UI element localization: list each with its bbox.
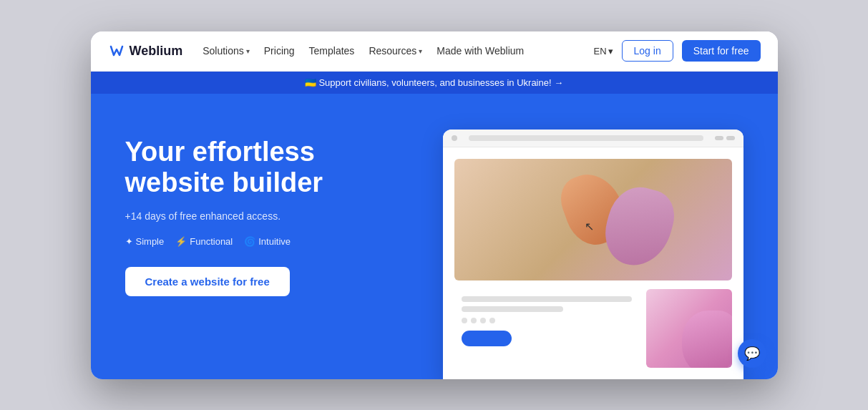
nav-resources[interactable]: Resources ▾ <box>369 45 422 57</box>
preview-container: ↖ <box>426 122 743 379</box>
mock-cta-button <box>462 331 512 346</box>
mock-dots <box>462 318 632 323</box>
navbar: Weblium Solutions ▾ Pricing Templates Re… <box>91 31 778 72</box>
chevron-down-icon: ▾ <box>246 47 250 55</box>
chat-icon: 💬 <box>744 346 760 361</box>
browser-frame: Weblium Solutions ▾ Pricing Templates Re… <box>91 31 778 379</box>
mock-browser-bar <box>443 130 743 147</box>
mock-url-bar <box>469 135 703 141</box>
swirl-icon: 🌀 <box>244 236 255 247</box>
nav-links: Solutions ▾ Pricing Templates Resources … <box>203 45 593 57</box>
logo-icon <box>108 42 125 59</box>
nav-made-with[interactable]: Made with Weblium <box>437 45 524 57</box>
mock-dot-indicator-1 <box>462 318 467 323</box>
create-website-button[interactable]: Create a website for free <box>125 267 290 296</box>
hero-title: Your effortless website builder <box>125 137 397 199</box>
hero-features: ✦ Simple ⚡ Functional 🌀 Intuitive <box>125 236 397 247</box>
nav-templates[interactable]: Templates <box>309 45 355 57</box>
mock-browser: ↖ <box>443 130 743 379</box>
logo[interactable]: Weblium <box>108 42 183 59</box>
thumb-blob <box>682 311 732 368</box>
mock-dot-indicator-4 <box>489 318 495 323</box>
mock-body: ↖ <box>443 147 743 379</box>
ukraine-support-banner[interactable]: 🇺🇦 Support civilians, volunteers, and bu… <box>91 72 778 94</box>
nav-right: EN ▾ Log in Start for free <box>593 40 760 62</box>
mock-dot-1 <box>452 135 457 141</box>
mock-main: ↖ <box>443 147 743 379</box>
mock-dot-indicator-2 <box>471 318 477 323</box>
lightning-icon: ⚡ <box>175 236 187 247</box>
language-selector[interactable]: EN ▾ <box>593 46 613 57</box>
mock-line-2 <box>462 306 564 312</box>
hero-subtitle: +14 days of free enhanced access. <box>125 210 397 222</box>
mock-lower <box>454 289 732 368</box>
chat-widget[interactable]: 💬 <box>738 339 766 368</box>
banner-text: 🇺🇦 Support civilians, volunteers, and bu… <box>305 77 563 88</box>
mock-ctrl-2 <box>726 136 735 140</box>
hero-section: Your effortless website builder +14 days… <box>91 94 778 379</box>
mock-line-1 <box>462 296 632 302</box>
login-button[interactable]: Log in <box>622 40 673 62</box>
nav-pricing[interactable]: Pricing <box>264 45 295 57</box>
sparkle-icon: ✦ <box>125 236 133 247</box>
feature-intuitive: 🌀 Intuitive <box>244 236 291 247</box>
hero-content: Your effortless website builder +14 days… <box>125 122 397 296</box>
mock-thumbnail <box>646 289 732 368</box>
mock-dot-indicator-3 <box>480 318 486 323</box>
chevron-down-icon: ▾ <box>419 47 422 55</box>
mock-controls <box>715 136 735 140</box>
feature-functional: ⚡ Functional <box>175 236 233 247</box>
mock-text-block <box>454 289 639 368</box>
chevron-down-icon: ▾ <box>608 46 613 57</box>
mock-ctrl-1 <box>715 136 723 140</box>
nav-solutions[interactable]: Solutions ▾ <box>203 45 250 57</box>
logo-text: Weblium <box>130 44 183 59</box>
cursor-icon: ↖ <box>585 220 594 233</box>
mock-hero-image: ↖ <box>454 159 732 280</box>
start-for-free-button[interactable]: Start for free <box>682 40 761 62</box>
feature-simple: ✦ Simple <box>125 236 165 247</box>
